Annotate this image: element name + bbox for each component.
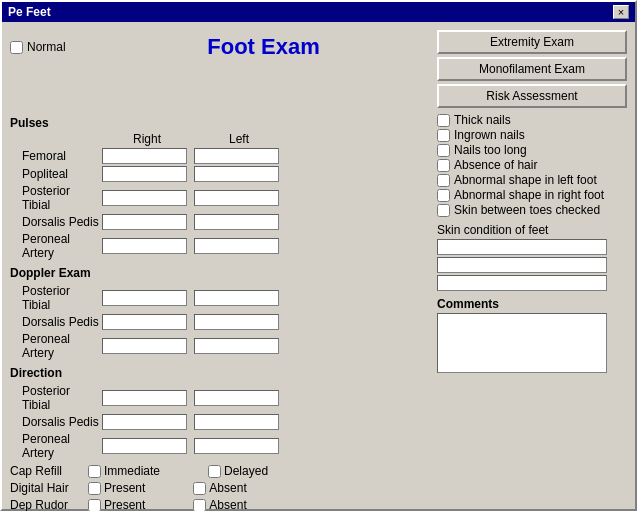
popliteal-left-input[interactable]: [194, 166, 279, 182]
absence-hair-label: Absence of hair: [454, 158, 537, 172]
skin-between-label: Skin between toes checked: [454, 203, 600, 217]
doppler-dorsalis-right[interactable]: [102, 314, 187, 330]
doppler-dorsalis-label: Dorsalis Pedis: [10, 315, 100, 329]
post-tibial-left-input[interactable]: [194, 190, 279, 206]
skin-between-row: Skin between toes checked: [437, 203, 627, 217]
skin-condition-input-3[interactable]: [437, 275, 607, 291]
thick-nails-row: Thick nails: [437, 113, 627, 127]
dh-absent-checkbox[interactable]: [193, 482, 206, 495]
dep-rudor-row: Dep Rudor Present Absent: [10, 498, 627, 511]
doppler-peroneal-label: Peroneal Artery: [10, 332, 100, 360]
doppler-post-tibial-right[interactable]: [102, 290, 187, 306]
ingrown-nails-checkbox[interactable]: [437, 129, 450, 142]
nails-too-long-checkbox[interactable]: [437, 144, 450, 157]
title-center: Foot Exam: [90, 30, 437, 60]
immediate-checkbox[interactable]: [88, 465, 101, 478]
pulses-grid: Right Left Femoral Popliteal Posterior T…: [10, 132, 429, 260]
content-area: Normal Foot Exam Extremity Exam Monofila…: [2, 22, 635, 511]
abnormal-right-label: Abnormal shape in right foot: [454, 188, 604, 202]
dir-peroneal-left[interactable]: [194, 438, 279, 454]
abnormal-left-row: Abnormal shape in left foot: [437, 173, 627, 187]
dir-post-tibial-right[interactable]: [102, 390, 187, 406]
abnormal-left-label: Abnormal shape in left foot: [454, 173, 597, 187]
cap-refill-row: Cap Refill Immediate Delayed: [10, 464, 627, 478]
dr-absent-checkbox[interactable]: [193, 499, 206, 512]
normal-checkbox[interactable]: [10, 41, 23, 54]
normal-label: Normal: [27, 40, 66, 54]
dir-dorsalis-left[interactable]: [194, 414, 279, 430]
skin-condition-input-2[interactable]: [437, 257, 607, 273]
doppler-post-tibial-label: Posterior Tibial: [10, 284, 100, 312]
title-bar: Pe Feet ×: [2, 2, 635, 22]
middle-left: Pulses Right Left Femoral Popliteal Post…: [10, 112, 429, 460]
extremity-exam-button[interactable]: Extremity Exam: [437, 30, 627, 54]
abnormal-right-checkbox[interactable]: [437, 189, 450, 202]
delayed-label: Delayed: [224, 464, 268, 478]
digital-hair-row: Digital Hair Present Absent: [10, 481, 627, 495]
main-window: Pe Feet × Normal Foot Exam Extremity Exa…: [0, 0, 637, 511]
window-title: Pe Feet: [8, 5, 51, 19]
post-tibial-right-input[interactable]: [102, 190, 187, 206]
dir-peroneal-right[interactable]: [102, 438, 187, 454]
peroneal-right-input[interactable]: [102, 238, 187, 254]
nails-too-long-row: Nails too long: [437, 143, 627, 157]
dir-dorsalis-right[interactable]: [102, 414, 187, 430]
doppler-label: Doppler Exam: [10, 266, 429, 280]
direction-grid: Posterior Tibial Dorsalis Pedis Peroneal…: [10, 382, 429, 460]
bottom-rows: Cap Refill Immediate Delayed Digital Hai…: [10, 464, 627, 511]
peroneal-left-input[interactable]: [194, 238, 279, 254]
absence-hair-row: Absence of hair: [437, 158, 627, 172]
doppler-post-tibial-left[interactable]: [194, 290, 279, 306]
dorsalis-pedis-left-input[interactable]: [194, 214, 279, 230]
nails-too-long-label: Nails too long: [454, 143, 527, 157]
ingrown-nails-label: Ingrown nails: [454, 128, 525, 142]
risk-assessment-button[interactable]: Risk Assessment: [437, 84, 627, 108]
doppler-peroneal-left[interactable]: [194, 338, 279, 354]
absence-hair-checkbox[interactable]: [437, 159, 450, 172]
abnormal-left-checkbox[interactable]: [437, 174, 450, 187]
middle-right: Thick nails Ingrown nails Nails too long…: [437, 112, 627, 460]
direction-label: Direction: [10, 366, 429, 380]
monofilament-exam-button[interactable]: Monofilament Exam: [437, 57, 627, 81]
thick-nails-checkbox[interactable]: [437, 114, 450, 127]
femoral-right-input[interactable]: [102, 148, 187, 164]
femoral-left-input[interactable]: [194, 148, 279, 164]
popliteal-right-input[interactable]: [102, 166, 187, 182]
title-row: Normal Foot Exam Extremity Exam Monofila…: [10, 30, 627, 108]
normal-check-row: Normal: [10, 40, 90, 54]
dorsalis-pedis-right-input[interactable]: [102, 214, 187, 230]
right-header: Right: [102, 132, 192, 146]
skin-condition-input-1[interactable]: [437, 239, 607, 255]
doppler-peroneal-right[interactable]: [102, 338, 187, 354]
dh-absent-label: Absent: [209, 481, 246, 495]
middle-section: Pulses Right Left Femoral Popliteal Post…: [10, 112, 627, 460]
femoral-label: Femoral: [10, 149, 100, 163]
doppler-dorsalis-left[interactable]: [194, 314, 279, 330]
dorsalis-pedis-pulses-label: Dorsalis Pedis: [10, 215, 100, 229]
delayed-checkbox[interactable]: [208, 465, 221, 478]
immediate-label: Immediate: [104, 464, 160, 478]
dr-absent-pair: Absent: [193, 498, 246, 511]
dir-post-tibial-left[interactable]: [194, 390, 279, 406]
pulses-label: Pulses: [10, 116, 429, 130]
comments-label: Comments: [437, 297, 627, 311]
close-button[interactable]: ×: [613, 5, 629, 19]
immediate-pair: Immediate: [88, 464, 160, 478]
skin-condition-label: Skin condition of feet: [437, 223, 627, 237]
cap-refill-label: Cap Refill: [10, 464, 80, 478]
dir-post-tibial-label: Posterior Tibial: [10, 384, 100, 412]
ingrown-nails-row: Ingrown nails: [437, 128, 627, 142]
buttons-area: Extremity Exam Monofilament Exam Risk As…: [437, 30, 627, 108]
dr-present-pair: Present: [88, 498, 145, 511]
comments-textarea[interactable]: [437, 313, 607, 373]
thick-nails-label: Thick nails: [454, 113, 511, 127]
dir-peroneal-label: Peroneal Artery: [10, 432, 100, 460]
dr-absent-label: Absent: [209, 498, 246, 511]
dr-present-checkbox[interactable]: [88, 499, 101, 512]
abnormal-right-row: Abnormal shape in right foot: [437, 188, 627, 202]
dir-dorsalis-label: Dorsalis Pedis: [10, 415, 100, 429]
dh-present-checkbox[interactable]: [88, 482, 101, 495]
normal-area: Normal: [10, 30, 90, 60]
skin-between-checkbox[interactable]: [437, 204, 450, 217]
peroneal-artery-pulses-label: Peroneal Artery: [10, 232, 100, 260]
